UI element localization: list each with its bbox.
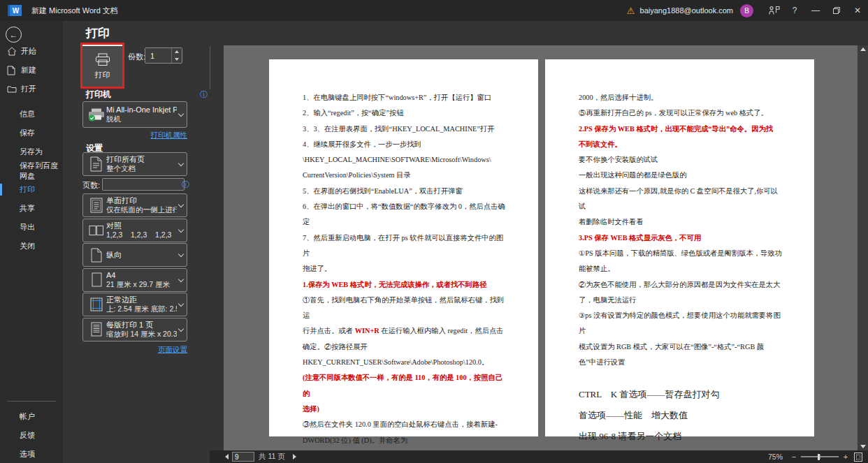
restore-button[interactable]: [826, 0, 847, 21]
setting-title: 打印所有页: [106, 155, 177, 164]
doc-line: ①PS 版本问题，下载的精简版、绿色版或者是阉割版本，导致功: [579, 246, 782, 261]
sidebar-item[interactable]: 另存为: [0, 142, 63, 161]
setting-subtitle: 仅在纸面的一侧上进行打印: [106, 205, 177, 214]
sidebar-item[interactable]: 保存到百度网盘: [0, 161, 63, 180]
new-document-icon: [7, 66, 17, 75]
doc-line: 首选项——性能 增大数值: [579, 405, 782, 426]
pages-info-icon[interactable]: ⓘ: [182, 179, 189, 190]
setting-subtitle: 21 厘米 x 29.7 厘米: [106, 280, 177, 289]
sidebar-item-label: 开始: [21, 46, 36, 57]
doc-line: 1、在电脑键盘上同时按下“windows+R”，打开【运行】窗口: [303, 90, 506, 105]
preview-scrollbar[interactable]: [858, 45, 868, 450]
page-setup-link[interactable]: 页面设置: [158, 345, 187, 353]
doc-line: 确定。②按路径展开: [303, 339, 506, 355]
back-button[interactable]: ←: [6, 27, 22, 43]
sidebar-item[interactable]: 打印: [0, 180, 63, 199]
print-button-label: 打印: [95, 70, 110, 80]
print-button[interactable]: 打印: [82, 45, 122, 87]
status-bar: 共 11 页 75% − +: [210, 450, 868, 463]
sidebar-item[interactable]: 共享: [0, 199, 63, 218]
doc-line: 要不你换个安装版的试试: [579, 152, 782, 168]
zoom-slider-thumb[interactable]: [818, 454, 820, 460]
sidebar-item[interactable]: 反馈: [0, 426, 63, 445]
setting-title: 对照: [106, 221, 177, 230]
avatar[interactable]: B: [740, 4, 753, 17]
print-preview-area: 1、在电脑键盘上同时按下“windows+R”，打开【运行】窗口2、输入“reg…: [224, 45, 868, 450]
doc-line: ③然后在文件夹 120.0 里面的空白处鼠标右键点击，接着新建-: [303, 417, 506, 432]
page-setup-row: 页面设置: [82, 345, 187, 355]
whats-new-icon[interactable]: [763, 0, 784, 21]
doc-line: 模式设置为 RGB 模式，大家可以在“图像”-“格式”-“RGB 颜: [579, 339, 782, 355]
preview-page-2: 2000，然后选择十进制。⑤再重新打开自己的 ps，发现可以正常保存为 web …: [545, 59, 814, 436]
setting-dropdown-paper-size[interactable]: A421 厘米 x 29.7 厘米: [82, 268, 187, 292]
sidebar-item[interactable]: 保存: [0, 124, 63, 142]
backstage-sidebar: ← 开始新建打开 信息保存另存为保存到百度网盘打印共享导出关闭 帐户反馈选项: [0, 21, 63, 463]
portrait-icon: [87, 248, 106, 263]
setting-subtitle: 整个文档: [106, 164, 177, 173]
copies-decrement-button[interactable]: [172, 56, 182, 64]
sidebar-mid-items: 信息保存另存为保存到百度网盘打印共享导出关闭: [0, 105, 63, 256]
chevron-down-icon: [178, 325, 184, 331]
title-bar: W 新建 Microsoft Word 文档 ⚠ baiyang1888@out…: [0, 0, 868, 21]
sidebar-item[interactable]: 打开: [0, 80, 63, 98]
doc-line: \HKEY_LOCAL_MACHINE\SOFTWARE\Microsoft\W…: [303, 152, 506, 168]
account-email[interactable]: baiyang1888@outlook.com: [640, 6, 733, 15]
minimize-button[interactable]: —: [805, 0, 826, 21]
sidebar-item-label: 新建: [21, 65, 36, 75]
copies-label: 份数:: [128, 52, 145, 62]
doc-line: 2.PS 保存为 WEB 格式时，出现不能完成“导出”命令。因为找: [579, 122, 782, 137]
scroll-up-icon[interactable]: [860, 47, 866, 51]
doc-line: 选择): [303, 402, 506, 417]
chevron-down-icon: [178, 251, 184, 257]
home-icon: [7, 47, 17, 56]
sidebar-item[interactable]: 帐户: [0, 407, 63, 426]
previous-page-button[interactable]: [225, 454, 229, 460]
fit-to-page-icon[interactable]: [854, 453, 862, 462]
next-page-button[interactable]: [293, 454, 296, 460]
printer-icon: [95, 53, 110, 68]
setting-dropdown-collated[interactable]: 对照1,2,3 1,2,3 1,2,3: [82, 219, 187, 242]
doc-line: 3、3、在注册表界面，找到“HKEY_LOCAL_MACHINE”打开: [303, 122, 506, 137]
collated-icon: [87, 224, 106, 237]
sidebar-item[interactable]: 信息: [0, 105, 63, 124]
zoom-slider[interactable]: [801, 456, 839, 457]
doc-line: 不到该文件。: [579, 137, 782, 152]
setting-dropdown-margins[interactable]: 正常边距上: 2.54 厘米 底部: 2.54...: [82, 293, 187, 316]
close-button[interactable]: ✕: [847, 0, 868, 21]
zoom-out-button[interactable]: −: [790, 453, 798, 461]
sidebar-item[interactable]: 关闭: [0, 237, 63, 256]
zoom-in-button[interactable]: +: [841, 453, 850, 461]
margins-icon: [87, 297, 106, 311]
pages-input[interactable]: [102, 178, 185, 191]
copies-increment-button[interactable]: [172, 48, 182, 56]
sidebar-top-items: 开始新建打开: [0, 42, 63, 98]
setting-dropdown-portrait[interactable]: 纵向: [82, 243, 187, 267]
doc-line: 能被禁止。: [579, 261, 782, 277]
setting-dropdown-pages-per-sheet[interactable]: 每版打印 1 页缩放到 14 厘米 x 20.3 厘米: [82, 318, 187, 341]
settings-dropdowns: 单面打印仅在纸面的一侧上进行打印对照1,2,3 1,2,3 1,2,3纵向A42…: [82, 193, 187, 341]
window-title: 新建 Microsoft Word 文档: [31, 6, 118, 16]
help-button[interactable]: ?: [784, 0, 805, 21]
zoom-percent-label[interactable]: 75%: [768, 453, 783, 461]
account-warning-icon[interactable]: ⚠: [627, 6, 635, 15]
printer-properties-link[interactable]: 打印机属性: [151, 131, 188, 139]
current-page-input[interactable]: [232, 452, 254, 462]
sidebar-item[interactable]: 导出: [0, 218, 63, 237]
sidebar-item[interactable]: 选项: [0, 445, 63, 463]
setting-dropdown-print-all-pages[interactable]: 打印所有页整个文档: [82, 152, 187, 176]
scroll-down-icon[interactable]: [860, 445, 866, 448]
print-all-pages-icon: [87, 156, 106, 172]
sidebar-item[interactable]: 新建: [0, 61, 63, 80]
sidebar-item-label: 打开: [21, 84, 36, 94]
setting-dropdown-one-sided[interactable]: 单面打印仅在纸面的一侧上进行打印: [82, 193, 187, 217]
setting-title: 纵向: [106, 251, 177, 260]
printer-dropdown[interactable]: Mi All-in-One Inkjet Prin... 脱机: [82, 101, 187, 128]
printer-info-icon[interactable]: ⓘ: [200, 89, 208, 100]
doc-line: 2、输入“regedit”，按“确定”按钮: [303, 105, 506, 121]
doc-line: ②为灰色不能使用，那么大部分的原因都是因为文件实在是太大: [579, 277, 782, 293]
doc-line: 5、在界面的右侧找到“EnableLUA”，双击打开弹窗: [303, 184, 506, 199]
printer-name: Mi All-in-One Inkjet Prin...: [106, 105, 177, 115]
sidebar-item[interactable]: 开始: [0, 42, 63, 61]
copies-stepper[interactable]: 1: [145, 47, 182, 64]
chevron-down-icon: [178, 226, 184, 232]
